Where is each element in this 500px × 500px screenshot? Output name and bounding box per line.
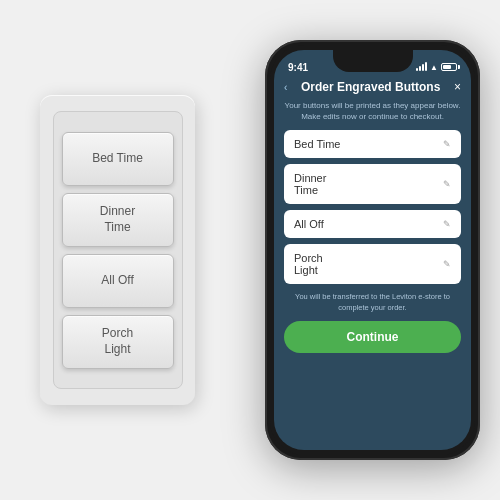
app-header: ‹ Order Engraved Buttons × — [284, 78, 461, 96]
engraved-label-dinner-time: Dinner Time — [294, 172, 326, 196]
engraved-item-all-off[interactable]: All Off ✎ — [284, 210, 461, 238]
switch-button-bed-time[interactable]: Bed Time — [62, 132, 174, 186]
wifi-icon: ▲ — [430, 63, 438, 72]
continue-button[interactable]: Continue — [284, 321, 461, 353]
close-button[interactable]: × — [454, 80, 461, 94]
phone: 9:41 ▲ — [265, 40, 480, 460]
edit-icon-porch-light: ✎ — [443, 259, 451, 269]
engraved-label-bed-time: Bed Time — [294, 138, 340, 150]
app-subtitle: Your buttons will be printed as they app… — [284, 100, 461, 122]
edit-icon-bed-time: ✎ — [443, 139, 451, 149]
scene: Bed Time Dinner Time All Off Porch Light… — [20, 30, 480, 470]
engraved-buttons-list: Bed Time ✎ Dinner Time ✎ All Off ✎ Por — [284, 130, 461, 284]
app-title: Order Engraved Buttons — [287, 80, 454, 94]
edit-icon-dinner-time: ✎ — [443, 179, 451, 189]
light-switch: Bed Time Dinner Time All Off Porch Light — [40, 95, 195, 405]
engraved-item-bed-time[interactable]: Bed Time ✎ — [284, 130, 461, 158]
phone-inner: 9:41 ▲ — [270, 45, 475, 455]
app-footer-text: You will be transferred to the Leviton e… — [284, 292, 461, 313]
engraved-item-porch-light[interactable]: Porch Light ✎ — [284, 244, 461, 284]
engraved-label-porch-light: Porch Light — [294, 252, 323, 276]
switch-button-porch-light[interactable]: Porch Light — [62, 315, 174, 369]
switch-button-all-off[interactable]: All Off — [62, 254, 174, 308]
status-icons: ▲ — [416, 63, 457, 72]
engraved-item-dinner-time[interactable]: Dinner Time ✎ — [284, 164, 461, 204]
switch-button-dinner-time[interactable]: Dinner Time — [62, 193, 174, 247]
status-time: 9:41 — [288, 62, 308, 73]
phone-notch — [333, 50, 413, 72]
edit-icon-all-off: ✎ — [443, 219, 451, 229]
switch-plate: Bed Time Dinner Time All Off Porch Light — [53, 111, 183, 389]
signal-bars-icon — [416, 63, 427, 71]
engraved-label-all-off: All Off — [294, 218, 324, 230]
battery-icon — [441, 63, 457, 71]
app-content: ‹ Order Engraved Buttons × Your buttons … — [274, 78, 471, 353]
phone-screen: 9:41 ▲ — [274, 50, 471, 450]
